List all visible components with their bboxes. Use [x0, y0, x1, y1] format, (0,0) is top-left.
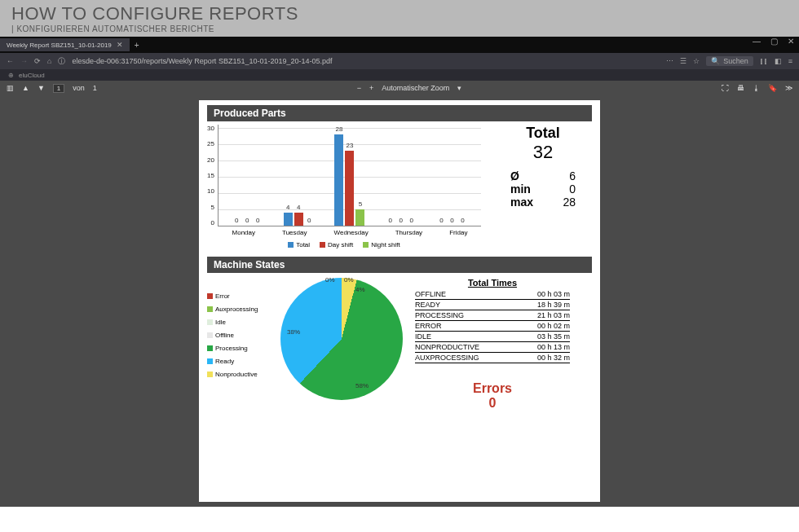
tools-icon[interactable]: ≫ — [785, 84, 792, 92]
times-row: READY18 h 39 m — [415, 300, 570, 310]
bar-value-label: 0 — [410, 217, 413, 224]
times-panel: Total Times OFFLINE00 h 03 mREADY18 h 39… — [415, 278, 570, 410]
more-icon[interactable]: ⋯ — [666, 57, 673, 65]
errors-block: Errors 0 — [415, 381, 570, 410]
legend-total: Total — [296, 241, 310, 248]
day-group: 28235 — [334, 134, 364, 226]
search-input[interactable]: Suchen — [723, 57, 748, 65]
x-tick: Friday — [449, 229, 467, 236]
times-val: 00 h 32 m — [537, 354, 570, 362]
back-icon[interactable]: ← — [7, 57, 14, 65]
bar: 4 — [284, 213, 293, 226]
stat-avg: 6 — [569, 169, 576, 182]
times-row: ERROR00 h 02 m — [415, 321, 570, 332]
reload-icon[interactable]: ⟳ — [34, 57, 41, 65]
legend-night: Night shift — [371, 241, 400, 248]
times-val: 21 h 03 m — [537, 311, 570, 319]
zoom-in-icon[interactable]: + — [369, 84, 373, 92]
bar-value-label: 4 — [297, 204, 300, 211]
page-down-icon[interactable]: ▼ — [38, 84, 45, 92]
pdf-viewport[interactable]: Produced Parts 302520151050 000440282350… — [0, 95, 799, 507]
lg-processing: Processing — [215, 345, 248, 352]
page-number-input[interactable]: 1 — [53, 84, 64, 93]
chart-plot-area: 00044028235000000 — [218, 125, 481, 226]
times-row: AUXPROCESSING00 h 32 m — [415, 353, 570, 363]
times-key: AUXPROCESSING — [415, 354, 479, 362]
reader-icon[interactable]: ☰ — [680, 57, 686, 65]
bar-value-label: 0 — [461, 217, 464, 224]
times-row: NONPRODUCTIVE00 h 13 m — [415, 342, 570, 353]
bar-value-label: 0 — [245, 217, 249, 224]
x-tick: Thursday — [395, 229, 422, 236]
maximize-icon[interactable]: ▢ — [770, 37, 778, 46]
chevron-down-icon[interactable]: ▾ — [457, 84, 461, 92]
times-val: 00 h 02 m — [537, 322, 570, 330]
times-val: 00 h 03 m — [537, 290, 570, 298]
bar-value-label: 0 — [439, 217, 443, 224]
x-axis: MondayTuesdayWednesdayThursdayFriday — [207, 229, 481, 236]
section-machine-title: Machine States — [207, 257, 592, 273]
presentation-icon[interactable]: ⛶ — [722, 84, 729, 92]
forward-icon[interactable]: → — [20, 57, 28, 65]
sidebar-icon[interactable]: ◧ — [775, 57, 782, 65]
times-val: 00 h 13 m — [537, 343, 570, 351]
zoom-out-icon[interactable]: − — [357, 84, 361, 92]
times-title: Total Times — [415, 278, 570, 288]
search-box[interactable]: 🔍 Suchen — [706, 56, 753, 66]
new-tab-button[interactable]: + — [130, 41, 144, 50]
pie-label-np: 4% — [355, 286, 365, 293]
times-key: ERROR — [415, 322, 442, 330]
print-icon[interactable]: 🖶 — [737, 84, 744, 92]
zoom-select[interactable]: Automatischer Zoom — [382, 84, 449, 92]
home-icon[interactable]: ⌂ — [47, 57, 51, 65]
close-icon[interactable]: ✕ — [117, 41, 123, 49]
page-up-icon[interactable]: ▲ — [22, 84, 29, 92]
pdf-toolbar: ▥ ▲ ▼ 1 von 1 − + Automatischer Zoom ▾ ⛶… — [0, 81, 799, 95]
times-row: IDLE03 h 35 m — [415, 332, 570, 342]
slide-header: HOW TO CONFIGURE REPORTS | KONFIGURIEREN… — [0, 0, 799, 37]
x-tick: Wednesday — [334, 229, 369, 236]
pdf-page: Produced Parts 302520151050 000440282350… — [199, 100, 600, 502]
errors-label: Errors — [415, 381, 570, 396]
bookmark-pdf-icon[interactable]: 🔖 — [768, 84, 777, 92]
lg-ready: Ready — [215, 358, 234, 365]
produced-bar-chart: 302520151050 00044028235000000 MondayTue… — [207, 125, 481, 248]
totals-title: Total — [494, 125, 592, 142]
page-sep: von — [73, 84, 85, 92]
x-tick: Monday — [232, 229, 255, 236]
browser-window: Weekly Report SBZ151_10-01-2019 ✕ + — ▢ … — [0, 37, 799, 507]
bar: 4 — [294, 213, 303, 226]
url-field[interactable]: elesde-de-006:31750/reports/Weekly Repor… — [65, 57, 660, 65]
bar-value-label: 0 — [256, 217, 259, 224]
library-icon[interactable]: ⫿⫿ — [760, 57, 768, 65]
x-tick: Tuesday — [282, 229, 307, 236]
bar: 23 — [345, 151, 354, 226]
bar-value-label: 0 — [307, 217, 311, 224]
bookmark-elucloud[interactable]: eluCloud — [19, 72, 45, 79]
pie-graphic — [280, 278, 403, 400]
menu-icon[interactable]: ≡ — [788, 57, 792, 65]
star-icon[interactable]: ☆ — [693, 57, 700, 65]
lg-np: Nonproductive — [215, 371, 258, 378]
bar-value-label: 28 — [335, 125, 342, 133]
bar: 28 — [334, 134, 343, 226]
bar-value-label: 0 — [235, 217, 238, 224]
download-icon[interactable]: ⭳ — [753, 84, 760, 92]
pie-label-ready: 38% — [287, 328, 300, 336]
browser-tab[interactable]: Weekly Report SBZ151_10-01-2019 ✕ — [0, 38, 130, 51]
slide-subtitle: | KONFIGURIEREN AUTOMATISCHER BERICHTE — [11, 24, 791, 33]
bar-value-label: 0 — [400, 217, 403, 224]
slide-title: HOW TO CONFIGURE REPORTS — [11, 3, 791, 24]
minimize-icon[interactable]: — — [753, 37, 761, 46]
bar-value-label: 23 — [346, 142, 353, 149]
stat-min: 0 — [569, 182, 576, 196]
toggle-sidebar-icon[interactable]: ▥ — [7, 84, 14, 92]
times-key: IDLE — [415, 332, 431, 341]
pie-label-offline: 0% — [325, 276, 335, 284]
times-row: PROCESSING21 h 03 m — [415, 310, 570, 321]
close-window-icon[interactable]: ✕ — [788, 37, 794, 46]
search-icon: 🔍 — [711, 57, 720, 65]
info-icon[interactable]: ⓘ — [58, 56, 65, 67]
pie-label-proc: 58% — [355, 382, 369, 389]
machine-pie-chart: 0% 0% 4% 58% 38% — [280, 278, 407, 404]
